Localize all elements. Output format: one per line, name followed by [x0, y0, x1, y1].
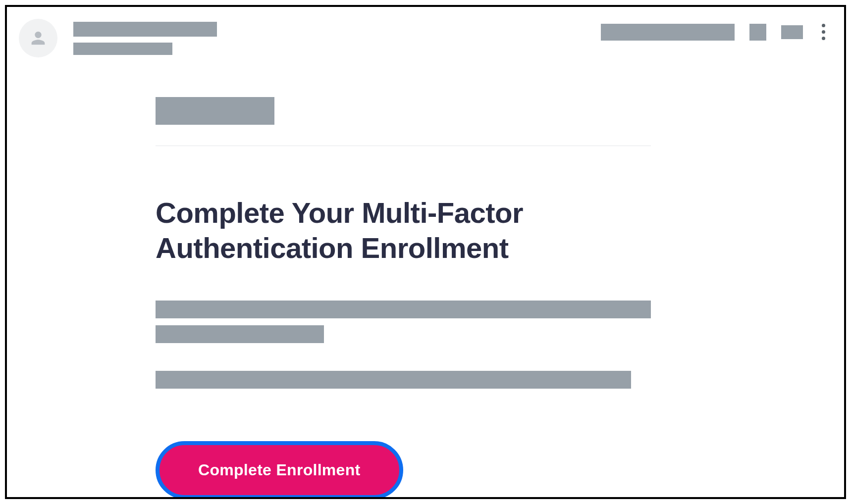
email-body: Complete Your Multi-Factor Authenticatio… [7, 67, 740, 499]
complete-enrollment-button[interactable]: Complete Enrollment [156, 441, 403, 499]
brand-logo-redacted [156, 97, 274, 125]
action-redacted-small[interactable] [749, 24, 766, 41]
action-redacted-med[interactable] [781, 25, 803, 39]
sender-sub-redacted [73, 43, 172, 55]
divider [156, 146, 651, 146]
kebab-dot-icon [822, 37, 825, 40]
sender-block [19, 19, 217, 57]
person-icon [28, 28, 48, 48]
kebab-dot-icon [822, 24, 825, 27]
paragraph-1 [156, 301, 651, 343]
body-text-redacted [156, 371, 631, 389]
sender-name-redacted [73, 22, 217, 37]
more-options-button[interactable] [818, 22, 829, 42]
kebab-dot-icon [822, 30, 825, 34]
email-frame: Complete Your Multi-Factor Authenticatio… [5, 5, 846, 499]
paragraph-2 [156, 371, 651, 389]
sender-lines [73, 19, 217, 55]
avatar[interactable] [19, 19, 57, 57]
action-redacted-long [601, 24, 735, 41]
body-text-redacted [156, 325, 324, 343]
header-actions [601, 19, 829, 42]
email-header [7, 7, 844, 67]
body-text-redacted [156, 301, 651, 318]
email-headline: Complete Your Multi-Factor Authenticatio… [156, 196, 651, 266]
